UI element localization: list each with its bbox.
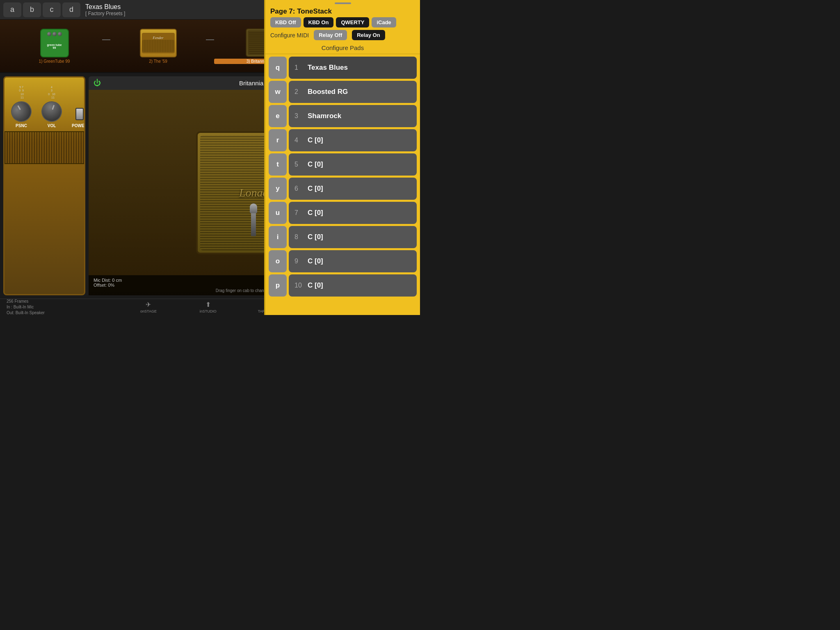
pad-row-p: p10C [0] <box>269 274 417 297</box>
pad-key-w[interactable]: w <box>269 81 287 103</box>
pad-row-i: i8C [0] <box>269 226 417 248</box>
onstage-icon: ✈ <box>146 301 151 308</box>
psnc-knob[interactable] <box>7 97 35 125</box>
chain-item-amp59[interactable]: Fender 2) The '59 <box>110 29 206 64</box>
pedal-knobs <box>47 32 62 36</box>
onstage-label: onSTAGE <box>140 309 157 313</box>
pedal-greentube: green tube99 <box>40 29 69 57</box>
pad-preset-r[interactable]: 4C [0] <box>289 129 417 151</box>
ts-drag-handle <box>335 2 351 4</box>
relay-off-button[interactable]: Relay Off <box>314 30 347 40</box>
icade-button[interactable]: iCade <box>372 17 396 27</box>
pad-row-e: e3Shamrock <box>269 105 417 127</box>
amp-inner: Fender <box>142 33 175 53</box>
pad-row-r: r4C [0] <box>269 129 417 151</box>
frames-info: 256 Frames <box>7 299 56 304</box>
pad-key-y[interactable]: y <box>269 178 287 200</box>
pad-name-q: Texas Blues <box>308 64 348 72</box>
vol-scale: 430 10 11 <box>48 86 55 100</box>
pad-num-p: 10 <box>294 282 303 289</box>
amp-panel-top <box>5 78 84 86</box>
amp-grille <box>142 40 174 52</box>
mic-head <box>250 203 257 213</box>
pad-preset-y[interactable]: 6C [0] <box>289 178 417 200</box>
input-info: In : Built-In Mic <box>7 304 56 310</box>
tab-a[interactable]: a <box>3 2 21 17</box>
pad-num-t: 5 <box>294 161 303 168</box>
pad-key-o[interactable]: o <box>269 250 287 272</box>
pad-key-e[interactable]: e <box>269 105 287 127</box>
pad-key-r[interactable]: r <box>269 129 287 151</box>
pad-preset-t[interactable]: 5C [0] <box>289 153 417 176</box>
configure-pads-label: Configure Pads <box>265 43 420 54</box>
configure-midi-label: Configure MIDI <box>270 32 309 39</box>
pad-row-u: u7C [0] <box>269 202 417 224</box>
connector-2 <box>206 39 214 40</box>
nav-instudio[interactable]: ⬆ inSTUDIO <box>182 301 235 313</box>
amp-grille-section <box>5 131 84 164</box>
kbd-off-button[interactable]: KBD Off <box>270 17 301 27</box>
ts-keyboard-row: KBD Off KBD On QWERTY iCade <box>265 17 420 30</box>
psnc-scale: 5 70 9 10 11 <box>19 86 24 100</box>
pad-preset-p[interactable]: 10C [0] <box>289 274 417 297</box>
amp-controls-panel: 5 70 9 10 11 PSNC 430 10 11 VOL POWER <box>3 76 85 295</box>
tab-c[interactable]: c <box>43 2 61 17</box>
cab-power-icon[interactable]: ⏻ <box>94 79 101 87</box>
output-info: Out: Built-In Speaker <box>7 310 56 315</box>
pad-key-u[interactable]: u <box>269 202 287 224</box>
pad-name-i: C [0] <box>308 233 323 241</box>
pad-name-e: Shamrock <box>308 112 341 120</box>
pad-key-i[interactable]: i <box>269 226 287 248</box>
pad-preset-w[interactable]: 2Boosted RG <box>289 81 417 103</box>
pad-key-t[interactable]: t <box>269 153 287 176</box>
knob-1 <box>47 32 51 36</box>
pad-row-q: q1Texas Blues <box>269 57 417 79</box>
pad-key-q[interactable]: q <box>269 57 287 79</box>
ts-title: Page 7: ToneStack <box>265 5 420 17</box>
pad-num-u: 7 <box>294 209 303 217</box>
connector-1 <box>102 39 110 40</box>
tab-b[interactable]: b <box>23 2 41 17</box>
ts-midi-row: Configure MIDI Relay Off Relay On <box>265 30 420 43</box>
vol-label: VOL <box>48 123 56 128</box>
pad-name-y: C [0] <box>308 185 323 193</box>
qwerty-button[interactable]: QWERTY <box>336 17 369 27</box>
kbd-on-button[interactable]: KBD On <box>304 17 334 27</box>
knob-group-power: POWER <box>72 102 85 128</box>
pad-name-o: C [0] <box>308 257 323 265</box>
knob-group-psnc: 5 70 9 10 11 PSNC <box>11 86 32 128</box>
power-label: POWER <box>72 123 85 128</box>
pad-preset-o[interactable]: 9C [0] <box>289 250 417 272</box>
pad-num-e: 3 <box>294 112 303 120</box>
pad-preset-i[interactable]: 8C [0] <box>289 226 417 248</box>
bottom-info: 256 Frames In : Built-In Mic Out: Built-… <box>7 299 56 315</box>
pad-name-p: C [0] <box>308 281 323 290</box>
pad-num-y: 6 <box>294 185 303 192</box>
relay-on-button[interactable]: Relay On <box>352 30 385 40</box>
pedal-text: green tube99 <box>47 43 62 49</box>
pad-key-p[interactable]: p <box>269 274 287 297</box>
pad-name-r: C [0] <box>308 136 323 144</box>
pad-num-r: 4 <box>294 137 303 144</box>
pad-num-i: 8 <box>294 233 303 241</box>
amp-brand: Fender <box>153 36 164 40</box>
pad-row-o: o9C [0] <box>269 250 417 272</box>
chain-item-greentube[interactable]: green tube99 1) GreenTube 99 <box>7 29 102 64</box>
pad-name-t: C [0] <box>308 160 323 169</box>
knob-group-vol: 430 10 11 VOL <box>41 86 62 128</box>
pad-num-q: 1 <box>294 64 303 71</box>
chain-label-greentube: 1) GreenTube 99 <box>7 59 102 64</box>
pad-num-o: 9 <box>294 258 303 265</box>
power-toggle[interactable] <box>75 108 84 120</box>
ts-pads-list: q1Texas Bluesw2Boosted RGe3Shamrockr4C [… <box>265 54 420 315</box>
pad-row-t: t5C [0] <box>269 153 417 176</box>
main-area: 5 70 9 10 11 PSNC 430 10 11 VOL POWER ⏻ … <box>0 73 420 299</box>
pad-num-w: 2 <box>294 88 303 96</box>
pad-preset-q[interactable]: 1Texas Blues <box>289 57 417 79</box>
pad-preset-e[interactable]: 3Shamrock <box>289 105 417 127</box>
chain-label-amp59: 2) The '59 <box>110 59 206 64</box>
nav-onstage[interactable]: ✈ onSTAGE <box>122 301 175 313</box>
tab-d[interactable]: d <box>62 2 80 17</box>
pad-preset-u[interactable]: 7C [0] <box>289 202 417 224</box>
vol-knob[interactable] <box>39 98 65 125</box>
